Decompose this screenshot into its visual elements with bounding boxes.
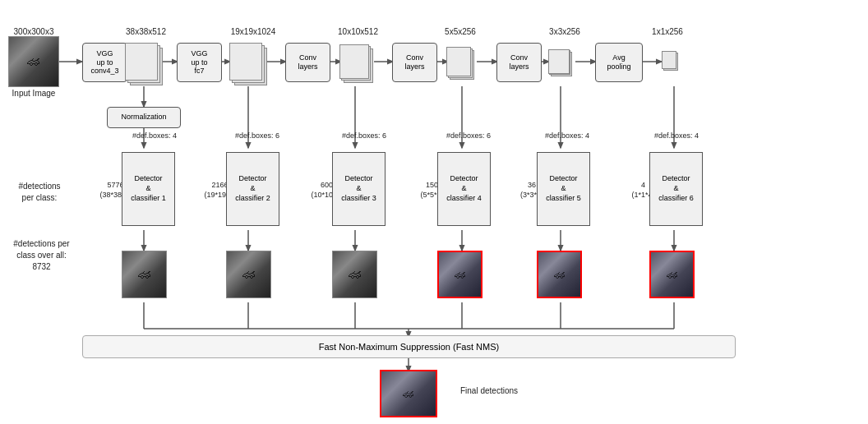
- conv-layers-3-label: Convlayers: [509, 53, 529, 71]
- det4-def-boxes: #def.boxes: 6: [440, 131, 497, 140]
- car-preview-2: [226, 251, 271, 298]
- det1-def-boxes: #def.boxes: 4: [126, 131, 183, 140]
- det5-def-boxes: #def.boxes: 4: [538, 131, 596, 140]
- detector-6-block: Detector&classifier 6: [649, 152, 703, 226]
- detector-5-block: Detector&classifier 5: [537, 152, 590, 226]
- detector-4-label: Detector&classifier 4: [446, 174, 482, 203]
- input-image: [8, 36, 59, 87]
- avg-pooling-dims: 1x1x256: [647, 27, 688, 36]
- normalization-label: Normalization: [121, 113, 166, 122]
- detector-6-label: Detector&classifier 6: [658, 174, 694, 203]
- avg-pooling-block: Avgpooling: [595, 43, 643, 82]
- conv-layers-2-dims: 5x5x256: [440, 27, 481, 36]
- detector-3-block: Detector&classifier 3: [332, 152, 386, 226]
- conv-layers-1-block: Convlayers: [285, 43, 330, 82]
- vgg-fc7-dims: 19x19x1024: [229, 27, 278, 36]
- detector-1-block: Detector&classifier 1: [122, 152, 175, 226]
- det6-def-boxes: #def.boxes: 4: [652, 131, 701, 140]
- conv-layers-1-dims: 10x10x512: [335, 27, 381, 36]
- vgg-conv4-block: VGGup toconv4_3: [82, 43, 127, 82]
- final-detection-image: [380, 370, 437, 417]
- car-preview-5: [537, 251, 582, 298]
- input-dims-label: 300x300x3: [8, 27, 59, 36]
- vgg-fc7-block: VGGup tofc7: [177, 43, 222, 82]
- det2-def-boxes: #def.boxes: 6: [229, 131, 286, 140]
- input-image-label: Input Image: [8, 89, 59, 98]
- car-preview-6: [649, 251, 695, 298]
- vgg-fc7-label: VGGup tofc7: [191, 49, 207, 76]
- conv-layers-1-label: Convlayers: [298, 53, 317, 71]
- car-preview-4: [437, 251, 482, 298]
- detector-2-label: Detector&classifier 2: [235, 174, 270, 203]
- car-preview-1: [122, 251, 167, 298]
- normalization-block: Normalization: [107, 107, 181, 128]
- detections-total-label: #detections perclass over all:8732: [7, 238, 76, 273]
- conv-layers-2-label: Convlayers: [404, 53, 424, 71]
- diagram: 300x300x3 Input Image VGGup toconv4_3 38…: [0, 0, 868, 424]
- nms-label: Fast Non-Maximum Suppression (Fast NMS): [319, 342, 499, 352]
- detector-2-block: Detector&classifier 2: [226, 152, 279, 226]
- vgg-conv4-label: VGGup toconv4_3: [90, 49, 118, 76]
- detector-3-label: Detector&classifier 3: [341, 174, 376, 203]
- detector-4-block: Detector&classifier 4: [437, 152, 491, 226]
- conv-layers-3-block: Convlayers: [496, 43, 542, 82]
- avg-pooling-label: Avgpooling: [607, 53, 630, 71]
- conv-layers-3-dims: 3x3x256: [544, 27, 585, 36]
- detector-1-label: Detector&classifier 1: [131, 174, 166, 203]
- det3-def-boxes: #def.boxes: 6: [335, 131, 393, 140]
- detector-5-label: Detector&classifier 5: [546, 174, 581, 203]
- final-detections-label: Final detections: [444, 386, 534, 395]
- vgg-conv4-dims: 38x38x512: [123, 27, 169, 36]
- nms-block: Fast Non-Maximum Suppression (Fast NMS): [82, 335, 736, 358]
- detections-per-class-label: #detectionsper class:: [7, 181, 72, 204]
- car-preview-3: [332, 251, 377, 298]
- conv-layers-2-block: Convlayers: [392, 43, 437, 82]
